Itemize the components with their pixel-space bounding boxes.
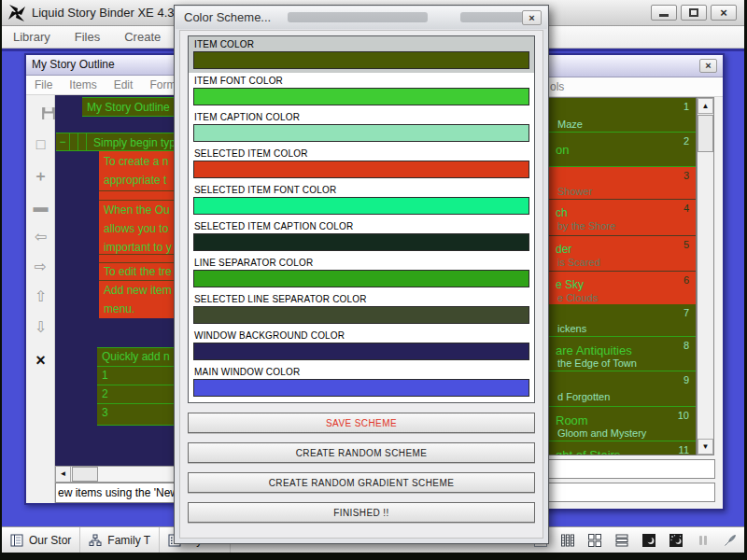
close-button[interactable]: × bbox=[699, 59, 717, 73]
night-sparkle-icon[interactable] bbox=[668, 532, 684, 549]
add-icon[interactable]: ＋ bbox=[26, 169, 55, 184]
menu-edit[interactable]: Edit bbox=[106, 78, 142, 91]
create-random-gradient-scheme-button[interactable]: CREATE RANDOM GRADIENT SCHEME bbox=[188, 472, 535, 493]
dialog-close-button[interactable]: × bbox=[522, 10, 542, 25]
color-row[interactable]: ITEM CAPTION COLOR bbox=[189, 109, 534, 146]
item-caption: e Clouds bbox=[557, 292, 598, 303]
columns-view-icon[interactable] bbox=[559, 532, 576, 549]
item-title: e Sky bbox=[556, 278, 584, 291]
item-caption: the Edge of Town bbox=[557, 357, 637, 369]
item-title: der bbox=[556, 243, 571, 256]
app-logo-pinwheel-icon bbox=[7, 3, 27, 23]
save-scheme-button[interactable]: SAVE SCHEME bbox=[188, 413, 535, 433]
color-swatch[interactable] bbox=[193, 88, 529, 105]
move-left-icon[interactable]: ⇦ bbox=[26, 230, 55, 245]
item-number: 2 bbox=[684, 135, 689, 147]
item-title: Room bbox=[556, 413, 588, 427]
scroll-down-button[interactable]: ▼ bbox=[698, 439, 713, 455]
window-title: Liquid Story Binder XE 4.31 - bbox=[32, 6, 189, 20]
remove-icon[interactable]: ▬ bbox=[26, 200, 55, 215]
item-number: 8 bbox=[684, 340, 689, 351]
scrollbar-thumb[interactable] bbox=[698, 115, 713, 152]
outline-branch-label: Simply begin typ bbox=[87, 133, 176, 152]
rows-view-icon[interactable] bbox=[613, 532, 630, 549]
color-rows-panel: ITEM COLOR ITEM FONT COLOR ITEM CAPTION … bbox=[188, 35, 535, 403]
color-row-label: MAIN WINDOW COLOR bbox=[192, 366, 530, 378]
outline-toolbar: □ ＋ ▬ ⇦ ⇨ ⇧ ⇩ × bbox=[26, 95, 55, 503]
item-caption: Maze bbox=[557, 119, 583, 130]
maximize-icon bbox=[689, 8, 698, 17]
color-row[interactable]: SELECTED LINE SEPARATOR COLOR bbox=[189, 291, 534, 328]
color-swatch[interactable] bbox=[193, 270, 529, 287]
scroll-up-button[interactable]: ▲ bbox=[698, 98, 713, 114]
color-row[interactable]: SELECTED ITEM FONT COLOR bbox=[189, 182, 534, 218]
scrollbar-thumb[interactable] bbox=[72, 467, 98, 482]
menu-items[interactable]: Items bbox=[61, 78, 105, 91]
tab-family-tree[interactable]: Family T bbox=[80, 527, 160, 553]
tiles-view-icon[interactable] bbox=[586, 532, 603, 549]
color-row-label: SELECTED ITEM CAPTION COLOR bbox=[192, 220, 530, 232]
item-number: 1 bbox=[684, 101, 689, 112]
menu-create[interactable]: Create bbox=[124, 30, 161, 44]
color-row-label: ITEM COLOR bbox=[192, 38, 530, 50]
color-row-label: ITEM FONT COLOR bbox=[192, 75, 530, 87]
quill-icon[interactable] bbox=[722, 532, 739, 549]
item-title: on bbox=[556, 143, 569, 157]
color-swatch[interactable] bbox=[193, 233, 529, 251]
tab-label: Our Stor bbox=[29, 534, 71, 547]
delete-icon[interactable]: × bbox=[26, 353, 55, 368]
minimize-button[interactable] bbox=[651, 5, 677, 21]
maximize-button[interactable] bbox=[681, 5, 707, 21]
move-right-icon[interactable]: ⇨ bbox=[26, 259, 55, 274]
color-swatch[interactable] bbox=[193, 51, 529, 69]
color-row-label: SELECTED ITEM COLOR bbox=[192, 147, 530, 160]
new-item-icon[interactable]: □ bbox=[26, 137, 55, 152]
pause-icon[interactable] bbox=[695, 532, 712, 549]
color-row[interactable]: MAIN WINDOW COLOR bbox=[189, 364, 534, 400]
color-swatch[interactable] bbox=[193, 379, 529, 397]
color-row-label: LINE SEPARATOR COLOR bbox=[192, 257, 530, 269]
window-controls: × bbox=[651, 5, 737, 21]
dialog-titlebar[interactable]: Color Scheme... × bbox=[176, 7, 547, 29]
color-row[interactable]: ITEM COLOR bbox=[189, 36, 534, 73]
item-caption: Shower bbox=[557, 186, 592, 197]
dialog-body: ITEM COLOR ITEM FONT COLOR ITEM CAPTION … bbox=[179, 30, 543, 539]
item-caption: Gloom and Mystery bbox=[557, 427, 646, 439]
dialog-title: Color Scheme... bbox=[184, 10, 271, 24]
color-swatch[interactable] bbox=[193, 124, 529, 142]
color-swatch[interactable] bbox=[193, 343, 529, 360]
color-row[interactable]: SELECTED ITEM CAPTION COLOR bbox=[189, 218, 534, 255]
move-down-icon[interactable]: ⇩ bbox=[26, 320, 55, 335]
close-icon: × bbox=[720, 7, 727, 19]
branch-cell bbox=[70, 133, 78, 150]
close-button[interactable]: × bbox=[711, 5, 737, 21]
scroll-left-button[interactable]: ◄ bbox=[56, 467, 71, 482]
color-swatch[interactable] bbox=[193, 161, 529, 178]
create-random-scheme-button[interactable]: CREATE RANDOM SCHEME bbox=[188, 442, 535, 463]
item-caption: is Scared bbox=[557, 257, 600, 268]
taskbar-view-icons bbox=[532, 527, 739, 553]
color-row-label: SELECTED ITEM FONT COLOR bbox=[192, 184, 530, 196]
menu-library[interactable]: Library bbox=[13, 30, 50, 44]
color-row[interactable]: SELECTED ITEM COLOR bbox=[189, 146, 534, 182]
finished-button[interactable]: FINISHED !! bbox=[188, 502, 535, 523]
item-number: 9 bbox=[684, 374, 689, 385]
night-view-icon[interactable] bbox=[641, 532, 657, 549]
titlebar-ghost bbox=[460, 12, 526, 22]
item-caption: d Forgotten bbox=[557, 391, 610, 402]
item-number: 11 bbox=[679, 444, 689, 455]
color-row[interactable]: LINE SEPARATOR COLOR bbox=[189, 255, 534, 291]
item-title: ch bbox=[556, 206, 568, 219]
item-caption: by the Shore bbox=[557, 220, 615, 231]
color-swatch[interactable] bbox=[193, 306, 529, 324]
menu-files[interactable]: Files bbox=[75, 30, 100, 44]
tab-our-story[interactable]: Our Stor bbox=[2, 527, 80, 553]
collapse-toggle[interactable]: − bbox=[56, 133, 70, 150]
move-up-icon[interactable]: ⇧ bbox=[26, 289, 55, 304]
color-row[interactable]: ITEM FONT COLOR bbox=[189, 73, 534, 109]
menu-file[interactable]: File bbox=[26, 78, 61, 91]
color-row[interactable]: WINDOW BACKGROUND COLOR bbox=[189, 328, 534, 364]
color-swatch[interactable] bbox=[193, 197, 529, 215]
vertical-scrollbar[interactable]: ▲ ▼ bbox=[697, 97, 714, 455]
save-icon[interactable] bbox=[26, 106, 55, 120]
